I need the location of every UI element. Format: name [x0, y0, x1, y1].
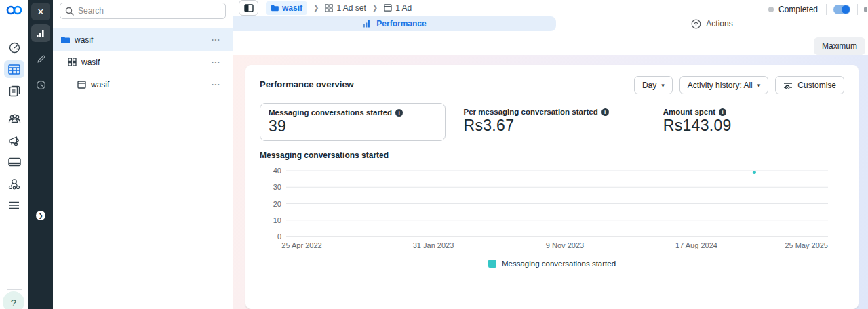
breadcrumb-adset-label: 1 Ad set [336, 3, 366, 13]
meta-logo[interactable] [5, 4, 24, 19]
folder-icon [60, 36, 70, 44]
tab-performance-label: Performance [376, 19, 426, 28]
folder-icon [271, 5, 279, 12]
day-dropdown-label: Day [642, 81, 656, 90]
actions-arrow-up-icon [691, 19, 701, 29]
info-icon[interactable]: i [601, 108, 609, 116]
ad-frame-icon [77, 81, 86, 89]
help-button[interactable]: ? [3, 291, 24, 309]
day-dropdown[interactable]: Day ▾ [634, 76, 673, 94]
tab-performance[interactable]: Performance [233, 16, 556, 31]
main-content: wasif ❯ 1 Ad set ❯ 1 Ad Completed [233, 0, 868, 309]
customise-label: Customise [797, 81, 836, 90]
breadcrumb-bar: wasif ❯ 1 Ad set ❯ 1 Ad Completed [233, 0, 868, 16]
card-title: Performance overview [260, 76, 354, 89]
svg-text:9 Nov 2023: 9 Nov 2023 [546, 241, 584, 249]
tree-row-label: wasif [81, 58, 100, 67]
customise-sliders-icon [783, 81, 793, 89]
breadcrumb-adset[interactable]: 1 Ad set [325, 3, 366, 13]
chevron-right-icon: ❯ [313, 4, 319, 12]
close-icon[interactable]: ✕ [31, 3, 50, 20]
svg-text:31 Jan 2023: 31 Jan 2023 [413, 241, 454, 249]
campaign-tree-panel: wasif ••• wasif ••• wasif ••• [53, 0, 233, 309]
svg-text:25 May 2025: 25 May 2025 [785, 241, 828, 249]
ad-frame-icon [384, 4, 392, 12]
status-label: Completed [778, 5, 818, 14]
maximum-button[interactable]: Maximum [814, 37, 865, 55]
ad-status-toggle[interactable] [833, 5, 850, 14]
tree-row-adset[interactable]: wasif ••• [53, 51, 233, 73]
divider [857, 4, 858, 15]
breadcrumb-campaign-label: wasif [282, 3, 302, 13]
metric-card-conversations[interactable]: Messaging conversations startedi 39 [260, 103, 446, 141]
ad-set-grid-icon [325, 4, 333, 12]
search-input[interactable] [60, 3, 226, 19]
chart-title: Messaging conversations started [260, 150, 844, 160]
report-canvas: Performance overview Day ▾ Activity hist… [233, 55, 868, 309]
metric-value: Rs3.67 [464, 117, 637, 135]
performance-bars-icon [363, 20, 372, 28]
pages-icon[interactable] [4, 82, 24, 100]
all-tools-menu-icon[interactable] [4, 197, 24, 214]
edit-pencil-icon[interactable] [31, 50, 50, 68]
performance-overview-card: Performance overview Day ▾ Activity hist… [245, 65, 859, 309]
collapse-panel-button[interactable] [239, 0, 258, 16]
breadcrumb: wasif ❯ 1 Ad set ❯ 1 Ad [266, 1, 412, 15]
campaigns-table-icon[interactable] [4, 60, 24, 78]
ad-set-grid-icon [68, 58, 77, 66]
metric-card-cost-per-conversation[interactable]: Per messaging conversation startedi Rs3.… [456, 103, 645, 141]
metric-card-amount-spent[interactable]: Amount spenti Rs143.09 [655, 103, 844, 141]
breadcrumb-campaign[interactable]: wasif [266, 1, 307, 15]
info-icon[interactable]: i [719, 108, 726, 116]
rail-divider [7, 289, 22, 290]
svg-text:0: 0 [277, 232, 281, 241]
svg-text:20: 20 [273, 200, 281, 208]
metric-label: Amount spent [663, 108, 715, 116]
breadcrumb-ad-label: 1 Ad [395, 3, 412, 13]
panel-toggle-icon [244, 4, 254, 12]
tree-row-ad[interactable]: wasif ••• [53, 73, 233, 96]
metric-label: Messaging conversations started [269, 108, 392, 117]
metric-value: Rs143.09 [663, 117, 836, 135]
billing-icon[interactable] [4, 153, 24, 171]
tree-row-campaign[interactable]: wasif ••• [53, 28, 233, 51]
ads-megaphone-icon[interactable] [4, 131, 24, 149]
chart-toolbar: Maximum [233, 31, 868, 55]
global-nav-rail: ? [0, 0, 28, 309]
svg-text:10: 10 [273, 216, 281, 224]
chevron-down-icon: ▾ [757, 82, 761, 89]
customise-button[interactable]: Customise [775, 76, 844, 94]
activity-history-label: Activity history: All [688, 81, 753, 90]
business-assets-icon[interactable] [4, 175, 24, 192]
activity-history-dropdown[interactable]: Activity history: All ▾ [679, 76, 769, 94]
tree-row-label: wasif [91, 80, 109, 89]
row-options-ellipsis-icon[interactable]: ••• [212, 59, 220, 65]
expand-rail-chevron-icon[interactable]: ❯ [36, 211, 45, 220]
clipped-edge-button[interactable] [864, 7, 867, 12]
metric-value: 39 [269, 117, 437, 136]
tools-rail: ✕ ❯ [28, 0, 53, 309]
chevron-down-icon: ▾ [661, 82, 665, 89]
row-options-ellipsis-icon[interactable]: ••• [212, 37, 220, 43]
metric-cards: Messaging conversations startedi 39 Per … [260, 103, 844, 141]
svg-text:17 Aug 2024: 17 Aug 2024 [675, 241, 717, 249]
audiences-icon[interactable] [4, 110, 24, 127]
svg-text:25 Apr 2022: 25 Apr 2022 [281, 241, 321, 249]
chevron-right-icon: ❯ [372, 4, 378, 12]
performance-charts-icon[interactable] [31, 24, 50, 42]
history-clock-icon[interactable] [31, 76, 50, 94]
svg-text:30: 30 [273, 183, 281, 191]
metric-label: Per messaging conversation started [464, 108, 598, 116]
account-overview-icon[interactable] [4, 39, 24, 56]
tab-actions-label: Actions [706, 19, 732, 28]
breadcrumb-ad[interactable]: 1 Ad [384, 3, 412, 13]
search-icon [65, 6, 74, 18]
divider [826, 4, 827, 15]
tree-row-label: wasif [75, 35, 93, 45]
status-dot-icon [768, 7, 774, 12]
ads-manager-app: ? ✕ ❯ wasif ••• wasif ••• [0, 0, 868, 309]
chart-legend: Messaging conversations started [260, 260, 844, 268]
conversations-chart[interactable]: 01020304025 Apr 202231 Jan 20239 Nov 202… [260, 162, 846, 254]
info-icon[interactable]: i [395, 109, 403, 117]
row-options-ellipsis-icon[interactable]: ••• [212, 81, 220, 87]
